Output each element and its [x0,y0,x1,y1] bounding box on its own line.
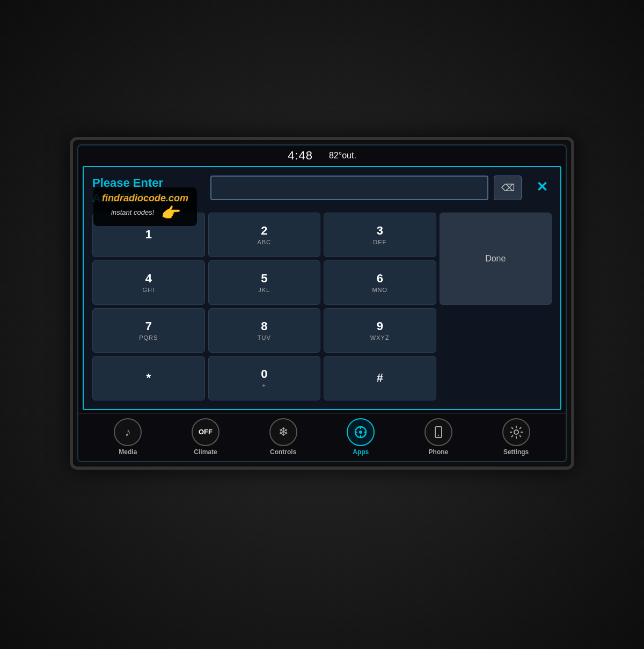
keypad: 1 2 ABC 3 DEF Done 4 [92,213,552,400]
nav-item-phone[interactable]: Phone [425,418,452,456]
input-area: ⌫ [210,176,522,200]
svg-text:❄: ❄ [279,425,288,439]
climate-label: Climate [194,448,217,456]
watermark-tagline: instant codes! 👉 [102,204,188,222]
svg-line-15 [519,435,521,437]
key-3[interactable]: 3 DEF [324,213,436,257]
main-content: findradiocode.com instant codes! 👉 Pleas… [83,166,561,410]
nav-item-media[interactable]: ♪ Media [114,418,142,456]
watermark-overlay: findradiocode.com instant codes! 👉 [93,187,197,226]
key-4[interactable]: 4 GHI [92,260,205,305]
key-star[interactable]: * [92,356,205,400]
key-2[interactable]: 2 ABC [208,213,321,257]
controls-label: Controls [270,448,296,456]
bottom-nav: ♪ Media OFF Climate ❄ Controls [78,413,566,461]
svg-line-17 [511,435,513,437]
status-bar: 4:48 82°out. [78,145,566,166]
svg-point-9 [514,430,518,434]
key-9[interactable]: 9 WXYZ [324,308,436,353]
screen: 4:48 82°out. findradiocode.com instant c… [77,144,567,462]
backspace-button[interactable]: ⌫ [494,176,522,200]
svg-point-8 [438,434,439,435]
settings-icon [502,418,530,446]
climate-icon: OFF [192,418,219,446]
clock: 4:48 [288,149,313,163]
settings-label: Settings [503,448,529,456]
media-icon: ♪ [114,418,142,446]
key-5[interactable]: 5 JKL [208,260,321,305]
nav-item-controls[interactable]: ❄ Controls [269,418,297,456]
close-button[interactable]: ✕ [532,178,552,197]
key-0[interactable]: 0 + [208,356,321,400]
done-button[interactable]: Done [440,213,552,305]
svg-line-14 [511,427,513,429]
empty-cell [440,308,552,353]
screen-bezel: 4:48 82°out. findradiocode.com instant c… [70,137,574,470]
phone-icon [425,418,452,446]
key-6[interactable]: 6 MNO [324,260,436,305]
media-label: Media [119,448,137,456]
controls-icon: ❄ [269,418,297,446]
watermark-url: findradiocode.com [102,193,188,204]
nav-item-settings[interactable]: Settings [502,418,530,456]
key-8[interactable]: 8 TUV [208,308,321,353]
svg-line-16 [519,427,521,429]
car-frame: 4:48 82°out. findradiocode.com instant c… [0,0,644,649]
svg-point-2 [359,431,362,434]
key-hash[interactable]: # [324,356,436,400]
phone-label: Phone [429,448,449,456]
empty-cell-2 [440,356,552,400]
temperature: 82°out. [329,151,356,161]
hand-icon: 👉 [160,204,179,222]
code-input[interactable] [210,176,488,200]
nav-item-apps[interactable]: Apps [347,418,375,456]
apps-label: Apps [353,448,369,456]
nav-item-climate[interactable]: OFF Climate [192,418,219,456]
key-7[interactable]: 7 PQRS [92,308,205,353]
apps-icon [347,418,375,446]
